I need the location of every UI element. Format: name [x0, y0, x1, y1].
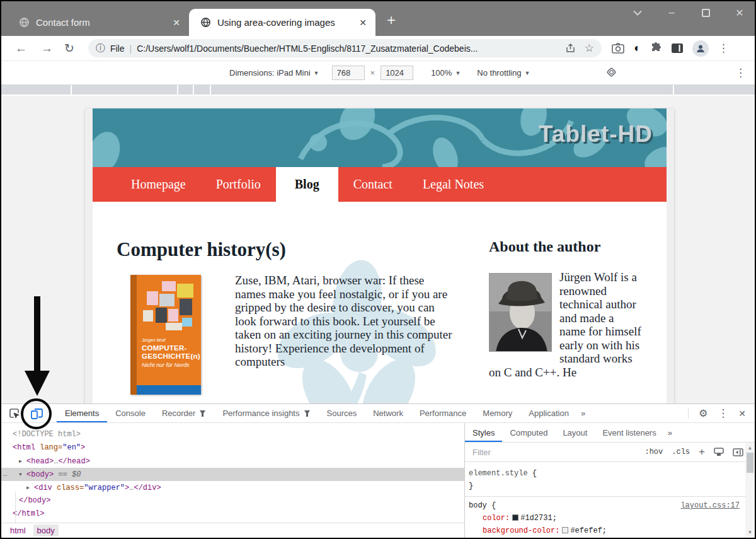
side-panel-icon[interactable] — [672, 43, 683, 53]
dock-sidebar-icon[interactable] — [733, 448, 743, 456]
device-width-input[interactable] — [332, 66, 365, 80]
css-property-background-color[interactable]: background-color:#efefef; — [469, 525, 755, 537]
dom-node-body-selected[interactable]: …▼<body> == $0 — [1, 468, 464, 481]
tab-performance[interactable]: Performance — [411, 404, 474, 422]
css-property-font-family[interactable]: font-family: Georgia; — [469, 537, 755, 538]
nav-item-portfolio[interactable]: Portfolio — [201, 167, 276, 202]
tab-performance-insights[interactable]: Performance insights — [214, 404, 318, 422]
back-icon[interactable]: ← — [15, 42, 27, 55]
breadcrumb-body[interactable]: body — [33, 525, 59, 536]
share-icon[interactable] — [565, 43, 576, 54]
device-height-input[interactable] — [381, 66, 413, 80]
dark-mode-extension-icon[interactable]: ◐ — [634, 42, 641, 55]
toggle-hover-state-button[interactable]: :hov — [644, 448, 663, 456]
tab-using-area-covering-images[interactable]: Using area-covering images ✕ — [189, 9, 375, 36]
stylesheet-link[interactable]: layout.css:17 — [680, 499, 740, 512]
device-toolbar-menu-icon[interactable]: ⋮ — [735, 66, 746, 79]
color-swatch[interactable] — [562, 527, 568, 533]
nav-item-blog[interactable]: Blog — [276, 167, 338, 202]
forward-icon[interactable]: → — [41, 42, 53, 55]
tab-elements[interactable]: Elements — [57, 404, 107, 422]
inspect-element-icon[interactable] — [9, 408, 20, 419]
tab-close-icon[interactable]: ✕ — [173, 18, 180, 28]
media-query-segment[interactable] — [1, 85, 71, 95]
dom-node-body-close[interactable]: </body> — [1, 494, 464, 507]
site-navigation: Homepage Portfolio Blog Contact Legal No… — [93, 167, 667, 202]
nav-item-legal-notes[interactable]: Legal Notes — [408, 167, 499, 202]
nav-item-homepage[interactable]: Homepage — [116, 167, 201, 202]
tab-memory[interactable]: Memory — [474, 404, 520, 422]
browser-menu-icon[interactable]: ⋮ — [718, 42, 729, 55]
media-query-segment[interactable] — [674, 85, 756, 95]
scroll-up-icon[interactable]: ▲ — [745, 445, 755, 451]
address-bar[interactable]: ⓘ File | C:/Users/wolf1/Documents/Bueche… — [88, 39, 602, 57]
media-query-segment[interactable] — [194, 85, 210, 95]
new-style-rule-icon[interactable]: + — [699, 446, 705, 458]
bookmark-star-icon[interactable]: ☆ — [585, 42, 594, 55]
tab-computed[interactable]: Computed — [502, 423, 555, 442]
expand-arrow-icon[interactable]: ▶ — [19, 455, 26, 468]
scroll-down-icon[interactable]: ▼ — [745, 530, 755, 535]
color-swatch[interactable] — [512, 514, 518, 521]
devtools-close-icon[interactable]: ✕ — [738, 409, 746, 419]
experiment-flask-icon — [304, 410, 311, 417]
chevron-down-icon[interactable] — [631, 6, 644, 19]
camera-extension-icon[interactable] — [612, 43, 624, 54]
breadcrumb-html[interactable]: html — [6, 525, 30, 536]
dom-node-div-wrapper[interactable]: ▶<div class="wrapper">…</div> — [1, 481, 464, 494]
tab-layout[interactable]: Layout — [555, 423, 595, 442]
styles-scrollbar[interactable]: ▲ ▼ — [745, 443, 755, 538]
more-tabs-icon[interactable]: » — [581, 409, 585, 418]
tab-application[interactable]: Application — [520, 404, 577, 422]
nav-item-contact[interactable]: Contact — [338, 167, 408, 202]
more-tabs-icon[interactable]: » — [668, 428, 672, 438]
media-query-segment[interactable] — [178, 85, 193, 95]
tab-event-listeners[interactable]: Event listeners — [595, 423, 663, 442]
element-style-rule[interactable]: element.style { — [469, 467, 755, 480]
tab-close-icon[interactable]: ✕ — [359, 18, 367, 28]
tab-sources[interactable]: Sources — [319, 404, 365, 422]
devtools-menu-icon[interactable]: ⋮ — [718, 407, 728, 420]
caret-down-icon: ▼ — [314, 70, 319, 76]
toggle-class-button[interactable]: .cls — [672, 448, 690, 456]
zoom-select[interactable]: 100% — [431, 68, 452, 78]
rotate-viewport-icon[interactable] — [605, 66, 617, 80]
reload-icon[interactable]: ↻ — [64, 41, 74, 55]
scrollbar-thumb[interactable] — [747, 453, 753, 473]
site-header: Tablet-HD — [93, 108, 667, 167]
body-style-rule[interactable]: body { layout.css:17 — [469, 499, 755, 512]
info-icon[interactable]: ⓘ — [96, 42, 105, 54]
styles-filter-row: :hov .cls + — [465, 443, 755, 462]
profile-avatar[interactable] — [692, 40, 709, 57]
dom-node-doctype[interactable]: <!DOCTYPE html> — [1, 428, 464, 441]
close-button[interactable]: ✕ — [733, 6, 746, 19]
collapse-arrow-icon[interactable]: ▼ — [19, 468, 26, 481]
new-tab-button[interactable]: + — [387, 11, 396, 29]
maximize-button[interactable] — [699, 6, 712, 19]
styles-filter-input[interactable] — [472, 448, 605, 457]
tab-network[interactable]: Network — [365, 404, 411, 422]
media-query-bar[interactable] — [1, 85, 755, 96]
rendering-emulation-icon[interactable] — [714, 448, 724, 456]
extensions-puzzle-icon[interactable] — [650, 42, 662, 54]
dom-node-html-close[interactable]: </html> — [1, 507, 464, 521]
dom-node-head[interactable]: ▶<head>…</head> — [1, 455, 464, 468]
media-query-segment[interactable] — [211, 85, 673, 95]
settings-gear-icon[interactable]: ⚙ — [699, 407, 707, 419]
expand-arrow-icon[interactable]: ▶ — [26, 481, 34, 494]
minimize-button[interactable]: – — [665, 6, 678, 19]
caret-down-icon: ▼ — [524, 70, 530, 76]
device-dimensions-select[interactable]: Dimensions: iPad Mini — [229, 68, 311, 78]
tab-console[interactable]: Console — [107, 404, 154, 422]
toolbar-divider — [688, 409, 689, 419]
tab-styles[interactable]: Styles — [465, 423, 502, 442]
address-toolbar: ← → ↻ ⓘ File | C:/Users/wolf1/Documents/… — [1, 36, 755, 61]
page-content: Computer history(s) — [93, 202, 667, 403]
dom-node-html[interactable]: <html lang="en"> — [1, 441, 464, 455]
tab-contact-form[interactable]: Contact form ✕ — [8, 9, 189, 36]
extension-icons: ◐ ⋮ — [612, 40, 729, 57]
tab-recorder[interactable]: Recorder — [154, 404, 214, 422]
css-property-color[interactable]: color:#1d2731; — [469, 512, 755, 525]
throttling-select[interactable]: No throttling — [477, 68, 521, 78]
media-query-segment[interactable] — [72, 85, 177, 95]
